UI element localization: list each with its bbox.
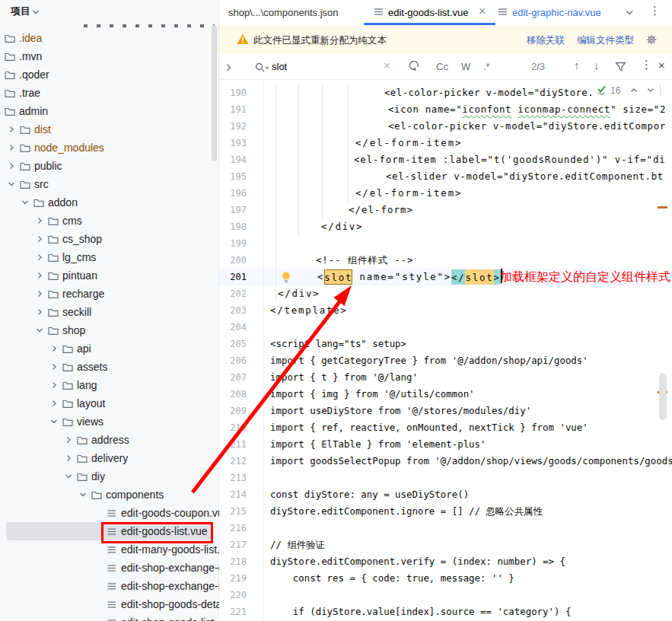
tree-item-address[interactable]: address <box>0 431 218 449</box>
gear-icon[interactable] <box>645 33 658 46</box>
chevron-right-icon[interactable] <box>50 381 58 389</box>
clipped-row-fragments <box>84 24 215 27</box>
folder-icon <box>62 362 73 372</box>
tree-item-label: admin <box>19 105 48 118</box>
tree-item-layout[interactable]: layout <box>0 394 218 412</box>
tree-item-cs-shop[interactable]: cs_shop <box>0 230 218 248</box>
expand-search-icon[interactable] <box>225 63 232 72</box>
tree-item-edit-shop-goods-list[interactable]: edit-shop-goods-list <box>0 613 218 621</box>
tree-item-.idea[interactable]: .idea <box>0 29 218 47</box>
next-match-icon[interactable]: ↓ <box>594 59 600 72</box>
code-line-212: 212import goodsSelectPopup from '@/addon… <box>219 453 672 470</box>
tree-item-dist[interactable]: dist <box>0 120 218 139</box>
tree-item-edit-shop-exchange-g[interactable]: edit-shop-exchange-g <box>0 559 218 577</box>
line-number: 220 <box>219 587 247 603</box>
tree-item-src[interactable]: src <box>0 175 218 193</box>
tree-item-admin[interactable]: admin <box>0 102 218 120</box>
intention-bulb-icon[interactable] <box>280 271 292 283</box>
chevron-down-icon[interactable] <box>65 473 72 480</box>
tree-item-.qoder[interactable]: .qoder <box>0 65 218 84</box>
tree-item-label: cms <box>62 215 82 228</box>
tree-item-cms[interactable]: cms <box>0 212 218 230</box>
line-number: 202 <box>219 285 247 302</box>
tree-item-shop[interactable]: shop <box>0 321 218 339</box>
tree-item-api[interactable]: api <box>0 339 218 358</box>
tree-item-edit-shop-goods-deta[interactable]: edit-shop-goods-deta <box>0 595 218 613</box>
code-editor[interactable]: 190<el-color-picker v-model="diyStore.ed… <box>219 80 672 621</box>
chevron-down-icon[interactable] <box>36 326 43 334</box>
tree-item-label: .idea <box>19 32 42 45</box>
tree-item-public[interactable]: public <box>0 157 218 175</box>
tree-item-diy[interactable]: diy <box>0 467 218 486</box>
chevron-down-icon[interactable] <box>79 491 87 498</box>
tab-edit-goods-list[interactable]: edit-goods-list.vue <box>388 7 469 18</box>
previous-match-icon[interactable]: ↑ <box>574 59 580 72</box>
tree-item-recharge[interactable]: recharge <box>0 285 218 303</box>
match-case-toggle[interactable]: Cc <box>436 61 448 73</box>
search-bar: slot × Cc W .* 2/3 ↑ ↓ ⋮ × <box>219 54 672 80</box>
chevron-down-icon[interactable] <box>50 418 58 425</box>
chevron-right-icon[interactable] <box>36 290 43 298</box>
line-number: 198 <box>219 218 247 235</box>
clear-search-icon[interactable]: × <box>384 59 390 72</box>
tab-options-icon[interactable]: ⋮ <box>649 4 661 18</box>
tree-item-lang[interactable]: lang <box>0 376 218 394</box>
regex-toggle[interactable]: .* <box>483 61 490 73</box>
code-text: import { t } from '@/lang' <box>270 369 418 386</box>
inspections-widget[interactable]: 16 <box>593 82 672 98</box>
search-input[interactable]: slot <box>272 61 287 73</box>
search-options-icon[interactable]: ⋮ <box>641 59 652 71</box>
next-problem-icon[interactable] <box>647 88 654 93</box>
chevron-right-icon[interactable] <box>50 345 58 352</box>
chevron-right-icon[interactable] <box>65 454 72 462</box>
words-toggle[interactable]: W <box>461 61 470 73</box>
chevron-down-icon[interactable] <box>21 199 29 206</box>
chevron-right-icon[interactable] <box>36 253 43 261</box>
tree-item-assets[interactable]: assets <box>0 358 218 376</box>
tree-item-components[interactable]: components <box>0 486 218 504</box>
prev-problem-icon[interactable] <box>630 88 638 93</box>
line-number: 208 <box>219 386 247 403</box>
chevron-right-icon[interactable] <box>8 162 15 170</box>
chevron-down-icon[interactable] <box>8 180 15 188</box>
chevron-right-icon[interactable] <box>36 272 43 279</box>
chevron-right-icon[interactable] <box>36 217 43 225</box>
project-panel-title[interactable]: 项目 <box>11 5 30 18</box>
edit-file-type-link[interactable]: 编辑文件类型 <box>577 34 634 47</box>
chevron-down-icon[interactable] <box>32 9 40 15</box>
editor-scrollbar[interactable] <box>659 373 667 420</box>
tree-item-views[interactable]: views <box>0 412 218 431</box>
tree-item-edit-goods-coupon.vu[interactable]: edit-goods-coupon.vu <box>0 504 218 522</box>
chevron-right-icon[interactable] <box>8 144 15 151</box>
tree-item-edit-shop-exchange-in[interactable]: edit-shop-exchange-in <box>0 577 218 595</box>
tree-item-lg-cms[interactable]: lg_cms <box>0 248 218 266</box>
chevron-right-icon[interactable] <box>50 400 58 407</box>
hidden-tabs-chevron-icon[interactable] <box>625 9 634 16</box>
search-newline-icon[interactable] <box>408 59 420 72</box>
close-search-icon[interactable]: × <box>658 59 665 72</box>
remove-association-link[interactable]: 移除关联 <box>527 34 565 47</box>
project-tree-scrollbar[interactable] <box>212 25 217 161</box>
tree-item-label: .qoder <box>19 68 49 81</box>
tab-components-json[interactable]: shop\...\components.json <box>228 7 339 18</box>
tree-item-.trae[interactable]: .trae <box>0 84 218 102</box>
tree-item-delivery[interactable]: delivery <box>0 449 218 467</box>
tree-item-seckill[interactable]: seckill <box>0 303 218 321</box>
chevron-right-icon[interactable] <box>36 235 43 243</box>
tree-item-node-modules[interactable]: node_modules <box>0 139 218 157</box>
search-icon[interactable] <box>255 62 270 73</box>
close-icon[interactable]: × <box>479 4 486 19</box>
chevron-right-icon[interactable] <box>36 308 43 316</box>
code-text: </div> <box>321 218 363 235</box>
chevron-right-icon[interactable] <box>50 363 58 371</box>
tab-edit-graphic-nav[interactable]: edit-graphic-nav.vue <box>512 7 601 18</box>
folder-icon <box>33 198 44 208</box>
chevron-right-icon[interactable] <box>8 126 15 133</box>
line-number: 207 <box>219 369 247 386</box>
chevron-right-icon[interactable] <box>65 436 72 444</box>
filter-icon[interactable] <box>615 62 626 72</box>
line-number: 203 <box>219 302 247 319</box>
tree-item-pintuan[interactable]: pintuan <box>0 266 218 285</box>
tree-item-addon[interactable]: addon <box>0 193 218 212</box>
tree-item-.mvn[interactable]: .mvn <box>0 47 218 65</box>
